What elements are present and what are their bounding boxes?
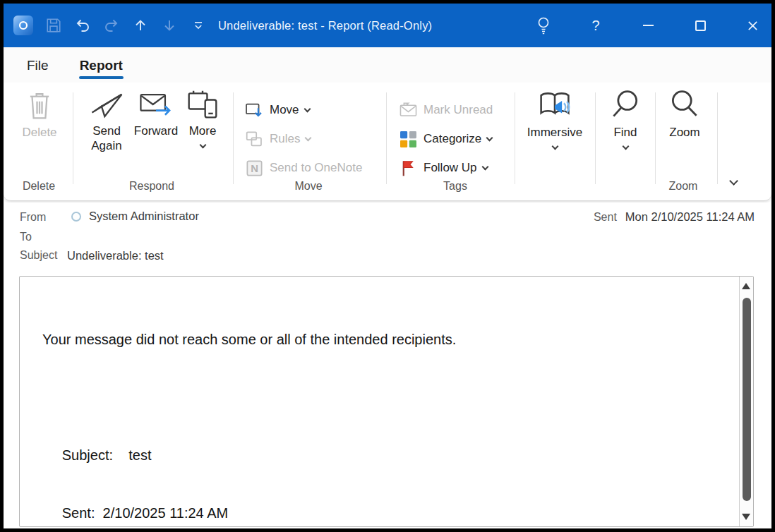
send-to-onenote-label: Send to OneNote [270, 161, 362, 175]
group-separator [595, 92, 596, 184]
group-label-zoom: Zoom [641, 180, 726, 193]
group-label-delete: Delete [11, 180, 67, 193]
categorize-icon [399, 130, 418, 149]
onenote-icon: N [245, 159, 264, 178]
sent-row: Sent Mon 2/10/2025 11:24 AM [594, 210, 755, 224]
maximize-button[interactable] [685, 4, 716, 47]
follow-up-flag-icon [399, 159, 418, 178]
send-again-icon [89, 88, 124, 121]
more-button-label: More [189, 123, 217, 138]
minimize-button[interactable] [632, 4, 663, 47]
body-line [42, 388, 753, 407]
customize-qat-icon [191, 18, 205, 32]
zoom-button[interactable]: Zoom [662, 88, 707, 140]
to-label: To [20, 231, 32, 243]
vertical-scrollbar[interactable] [739, 277, 753, 526]
chevron-down-icon [551, 143, 558, 150]
zoom-label: Zoom [669, 125, 699, 140]
rules-button-label: Rules [270, 132, 300, 146]
group-separator [73, 92, 73, 184]
group-separator [655, 92, 656, 184]
more-respond-button[interactable]: More [180, 88, 225, 147]
help-button[interactable]: ? [580, 4, 611, 47]
group-separator [233, 92, 234, 184]
tell-me-button[interactable] [528, 4, 559, 47]
tab-report[interactable]: Report [78, 58, 125, 83]
group-separator [717, 92, 718, 184]
forward-button-label: Forward [134, 123, 178, 138]
collapse-ribbon-button[interactable] [719, 171, 747, 193]
zoom-icon [668, 88, 701, 122]
send-again-button[interactable]: Send Again [81, 88, 132, 153]
minimize-icon [643, 25, 654, 26]
find-icon [609, 88, 642, 122]
outlook-logo-glyph [18, 20, 29, 31]
scrollbar-thumb[interactable] [743, 298, 751, 501]
follow-up-label: Follow Up [423, 161, 477, 175]
ribbon: Delete Delete Send Again Forward More [4, 83, 771, 201]
move-down-button[interactable] [161, 16, 178, 35]
mark-unread-icon [399, 102, 418, 119]
subject-label: Subject [20, 249, 57, 262]
group-label-tags: Tags [399, 180, 512, 193]
from-value: System Administrator [89, 210, 199, 223]
from-label: From [20, 211, 46, 224]
delete-button-label: Delete [22, 125, 56, 140]
scroll-down-arrow[interactable] [742, 514, 750, 520]
find-label: Find [613, 125, 637, 140]
tab-file[interactable]: File [25, 58, 51, 83]
undo-icon [74, 17, 91, 34]
scroll-up-arrow[interactable] [742, 283, 750, 289]
chevron-down-icon [481, 163, 488, 170]
body-line: Sent: 2/10/2025 11:24 AM [42, 504, 753, 523]
sent-label: Sent [594, 211, 617, 224]
save-button[interactable] [45, 16, 62, 35]
mark-unread-button: Mark Unread [399, 99, 493, 121]
customize-qat-button[interactable] [190, 16, 207, 35]
forward-button[interactable]: Forward [129, 88, 183, 138]
group-label-respond: Respond [95, 180, 208, 193]
maximize-icon [695, 20, 706, 31]
sent-value: Mon 2/10/2025 11:24 AM [625, 210, 755, 224]
move-button-label: Move [270, 103, 299, 117]
immersive-reader-icon [535, 88, 575, 122]
outlook-app-icon[interactable] [13, 16, 33, 35]
chevron-down-icon [622, 143, 629, 150]
follow-up-button[interactable]: Follow Up [399, 157, 488, 179]
save-icon [45, 17, 62, 34]
lightbulb-icon [536, 16, 551, 35]
chevron-down-icon [486, 134, 493, 141]
from-row: System Administrator [71, 210, 199, 223]
chevron-down-icon [729, 176, 738, 186]
onenote-letter: N [251, 162, 258, 174]
window-title: Undeliverable: test - Report (Read-Only) [218, 19, 432, 32]
categorize-label: Categorize [423, 132, 481, 146]
chevron-down-icon [304, 105, 311, 112]
chevron-down-icon [305, 134, 312, 141]
arrow-up-icon [132, 17, 149, 34]
more-actions-icon [186, 88, 220, 121]
quick-access-toolbar [4, 16, 207, 35]
close-button[interactable] [737, 4, 768, 47]
redo-icon [103, 17, 120, 34]
find-button[interactable]: Find [603, 88, 648, 149]
group-label-move: Move [252, 180, 365, 193]
redo-button[interactable] [103, 16, 120, 35]
close-icon [746, 19, 759, 32]
send-to-onenote-button: N Send to OneNote [245, 157, 362, 179]
window-inner: Undeliverable: test - Report (Read-Only)… [4, 4, 771, 528]
send-again-label-line1: Send [92, 123, 121, 138]
titlebar-controls: ? [528, 4, 771, 47]
mark-unread-label: Mark Unread [423, 103, 493, 117]
outlook-report-window: Undeliverable: test - Report (Read-Only)… [0, 0, 775, 532]
group-separator [515, 92, 515, 184]
categorize-button[interactable]: Categorize [399, 128, 492, 150]
undo-button[interactable] [74, 16, 91, 35]
forward-icon [138, 88, 174, 121]
move-up-button[interactable] [132, 16, 149, 35]
move-button[interactable]: Move [245, 99, 310, 121]
ribbon-tabs: File Report [4, 47, 771, 83]
rules-icon [245, 130, 264, 149]
immersive-button[interactable]: Immersive [523, 88, 587, 149]
delete-button: Delete [15, 88, 64, 140]
